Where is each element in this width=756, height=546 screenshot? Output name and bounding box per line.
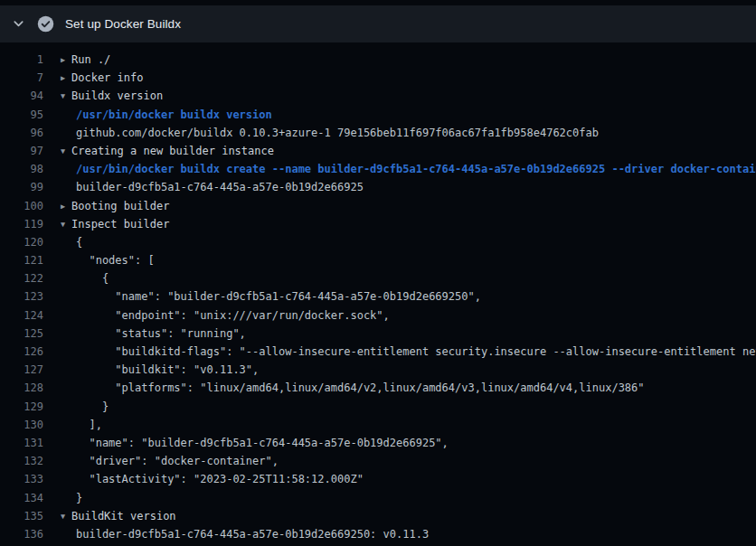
log-line: 132 "driver": "docker-container", (0, 452, 756, 470)
collapse-arrow-icon[interactable]: ▼ (61, 215, 71, 233)
line-number[interactable]: 135 (0, 507, 43, 525)
output-text: "nodes": [ (76, 251, 155, 269)
log-line: 133 "lastActivity": "2023-02-25T11:58:12… (0, 470, 756, 488)
output-text: github.com/docker/buildx 0.10.3+azure-1 … (76, 124, 599, 142)
expand-arrow-icon[interactable]: ▶ (61, 197, 71, 215)
log-line: 99builder-d9cfb5a1-c764-445a-a57e-0b19d2… (0, 178, 756, 196)
line-number[interactable]: 126 (0, 343, 43, 361)
expand-arrow-icon[interactable]: ▶ (61, 51, 71, 69)
command-text: /usr/bin/docker buildx version (76, 106, 272, 124)
line-number[interactable]: 131 (0, 434, 43, 452)
output-text: "lastActivity": "2023-02-25T11:58:12.000… (76, 470, 364, 488)
chevron-down-icon[interactable] (12, 17, 25, 31)
line-number[interactable]: 96 (0, 124, 43, 142)
line-number[interactable]: 123 (0, 287, 43, 306)
line-number[interactable]: 1 (0, 51, 43, 69)
collapse-arrow-icon[interactable]: ▼ (61, 142, 71, 160)
line-number[interactable]: 130 (0, 416, 43, 434)
log-line: 124 "endpoint": "unix:///var/run/docker.… (0, 306, 756, 325)
log-line: 95/usr/bin/docker buildx version (0, 106, 756, 124)
log-line: 127 "buildkit": "v0.11.3", (0, 361, 756, 379)
log-line: 128 "platforms": "linux/amd64,linux/amd6… (0, 379, 756, 397)
log-line: 123 "name": "builder-d9cfb5a1-c764-445a-… (0, 287, 756, 306)
output-text: "platforms": "linux/amd64,linux/amd64/v2… (76, 379, 645, 397)
line-number[interactable]: 121 (0, 251, 43, 269)
log-line: 122 { (0, 269, 756, 287)
output-text: "driver": "docker-container", (76, 452, 279, 470)
line-number[interactable]: 133 (0, 470, 43, 488)
line-number[interactable]: 129 (0, 398, 43, 416)
output-text: { (76, 269, 109, 287)
collapse-arrow-icon[interactable]: ▼ (61, 87, 71, 105)
output-text: "name": "builder-d9cfb5a1-c764-445a-a57e… (76, 287, 481, 306)
output-text: "buildkit": "v0.11.3", (76, 361, 259, 379)
log-line: 94▼Buildx version (0, 87, 756, 105)
output-text: } (76, 489, 82, 507)
expand-arrow-icon[interactable]: ▶ (61, 69, 71, 87)
line-number[interactable]: 94 (0, 87, 43, 105)
line-number[interactable]: 134 (0, 489, 43, 507)
step-header[interactable]: Set up Docker Buildx (0, 5, 756, 42)
log-group-title[interactable]: Inspect builder (71, 215, 169, 233)
log-line: 100▶Booting builder (0, 197, 756, 215)
log-line: 119▼Inspect builder (0, 215, 756, 233)
log-group-title[interactable]: Docker info (71, 69, 143, 87)
step-title: Set up Docker Buildx (65, 17, 181, 31)
log-group-title[interactable]: Run ./ (71, 51, 110, 69)
log-line: 120{ (0, 233, 756, 251)
log-line: 7▶Docker info (0, 69, 756, 87)
line-number[interactable]: 120 (0, 233, 43, 251)
collapse-arrow-icon[interactable]: ▼ (61, 507, 71, 525)
line-number[interactable]: 99 (0, 178, 43, 196)
output-text: builder-d9cfb5a1-c764-445a-a57e-0b19d2e6… (76, 525, 429, 543)
log-group-title[interactable]: Buildx version (71, 87, 163, 105)
log-line: 125 "status": "running", (0, 325, 756, 343)
log-line: 126 "buildkitd-flags": "--allow-insecure… (0, 343, 756, 361)
output-text: "name": "builder-d9cfb5a1-c764-445a-a57e… (76, 434, 449, 452)
line-number[interactable]: 7 (0, 69, 43, 87)
log-line: 134} (0, 489, 756, 507)
log-group-title[interactable]: Creating a new builder instance (71, 142, 274, 160)
line-number[interactable]: 98 (0, 160, 43, 178)
command-text: /usr/bin/docker buildx create --name bui… (76, 160, 756, 178)
line-number[interactable]: 136 (0, 525, 43, 543)
output-text: } (76, 398, 109, 416)
line-number[interactable]: 124 (0, 306, 43, 325)
log-line: 96github.com/docker/buildx 0.10.3+azure-… (0, 124, 756, 142)
log-line: 135▼BuildKit version (0, 507, 756, 525)
check-circle-icon (37, 15, 54, 33)
output-text: "endpoint": "unix:///var/run/docker.sock… (76, 306, 390, 325)
log-group-title[interactable]: Booting builder (71, 197, 169, 215)
log-line: 98/usr/bin/docker buildx create --name b… (0, 160, 756, 178)
log-line: 129 } (0, 398, 756, 416)
output-text: "status": "running", (76, 325, 246, 343)
log-line: 121 "nodes": [ (0, 251, 756, 269)
line-number[interactable]: 128 (0, 379, 43, 397)
line-number[interactable]: 97 (0, 142, 43, 160)
line-number[interactable]: 95 (0, 106, 43, 124)
output-text: builder-d9cfb5a1-c764-445a-a57e-0b19d2e6… (76, 178, 364, 196)
output-text: "buildkitd-flags": "--allow-insecure-ent… (76, 343, 756, 361)
log-group-title[interactable]: BuildKit version (71, 507, 176, 525)
log-line: 1▶Run ./ (0, 51, 756, 69)
line-number[interactable]: 125 (0, 325, 43, 343)
log-line: 131 "name": "builder-d9cfb5a1-c764-445a-… (0, 434, 756, 452)
line-number[interactable]: 127 (0, 361, 43, 379)
log-lines: 1▶Run ./7▶Docker info94▼Buildx version95… (0, 42, 756, 543)
output-text: { (76, 233, 82, 251)
output-text: ], (76, 416, 102, 434)
line-number[interactable]: 100 (0, 197, 43, 215)
line-number[interactable]: 122 (0, 269, 43, 287)
log-line: 97▼Creating a new builder instance (0, 142, 756, 160)
line-number[interactable]: 132 (0, 452, 43, 470)
log-line: 136builder-d9cfb5a1-c764-445a-a57e-0b19d… (0, 525, 756, 543)
line-number[interactable]: 119 (0, 215, 43, 233)
log-line: 130 ], (0, 416, 756, 434)
